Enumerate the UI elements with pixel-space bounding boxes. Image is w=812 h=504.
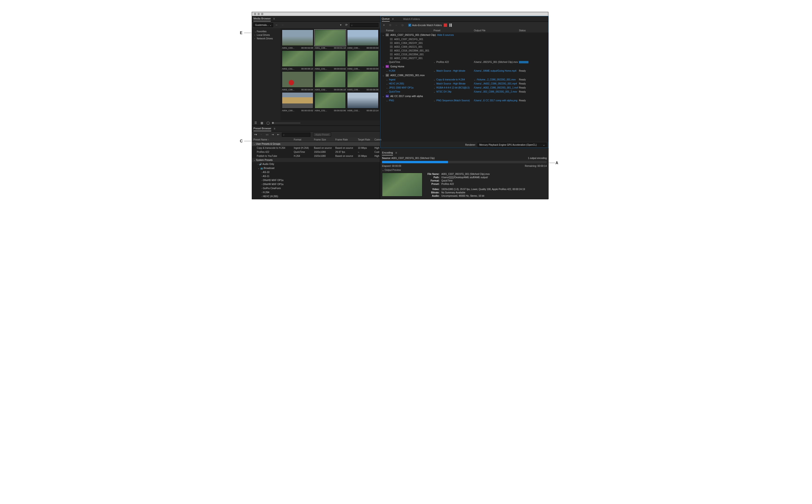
zoom-reset-icon[interactable]: ◯: [266, 121, 270, 125]
queue-group[interactable]: ⌄▭A002_C086_09220G_001.mov: [380, 73, 548, 78]
media-clip[interactable]: A003_C09...00:00:06:08: [347, 71, 378, 91]
add-source-icon[interactable]: +: [382, 23, 386, 27]
preset-subcategory[interactable]: AS-10: [252, 170, 380, 174]
media-clip[interactable]: A004_C01...00:00:02:06: [315, 92, 346, 112]
preset-subcategory[interactable]: GoPro CineForm: [252, 186, 380, 190]
media-clip[interactable]: A002_C05...00:00:03:04: [347, 51, 378, 70]
preset-subcategory[interactable]: DNxHR MXF OP1a: [252, 182, 380, 186]
preset-browser-tab[interactable]: Preset Browser: [253, 126, 271, 131]
panel-menu-icon[interactable]: ≡: [392, 17, 394, 21]
export-preset-icon[interactable]: ⇤: [276, 132, 280, 137]
media-clip[interactable]: A002_C08...00:00:04:04: [282, 71, 313, 91]
preset-subcategory[interactable]: AS-11: [252, 174, 380, 178]
panel-menu-icon[interactable]: ≡: [274, 127, 275, 130]
close-icon[interactable]: [254, 13, 256, 15]
queue-row[interactable]: ⌄QuickTime ⌄ProRes 422 /Users/...0921FG_…: [380, 60, 548, 64]
apply-preset-button[interactable]: Apply Preset: [313, 133, 331, 137]
import-preset-icon[interactable]: ⇥: [271, 132, 275, 137]
preset-subcategory[interactable]: H.264: [252, 190, 380, 194]
row-format[interactable]: ⌄H.264: [386, 70, 434, 72]
preset-search-input[interactable]: ⌕: [282, 133, 310, 137]
queue-row[interactable]: ⌄JPEG 2000 MXF OP1a ⌄RGBA 4:4:4:4 12-bit…: [380, 86, 548, 90]
queue-tab[interactable]: Queue: [382, 16, 390, 22]
preset-settings-icon[interactable]: ▭: [265, 132, 269, 137]
row-format[interactable]: ⌄JPEG 2000 MXF OP1a: [386, 86, 434, 89]
media-browser-tab[interactable]: Media Browser: [253, 16, 271, 21]
path-dropdown[interactable]: Guatemala...⌄: [253, 23, 273, 27]
preset-group-user[interactable]: User Presets & Groups: [252, 142, 380, 146]
row-output[interactable]: /Users/...f/AME output/Going Home.mp4: [474, 70, 519, 72]
row-output[interactable]: /Users/...E CC 2017 comp with alpha.png: [474, 99, 519, 102]
media-clip[interactable]: A001_C06...00:00:01:18: [315, 30, 346, 49]
ingest-icon[interactable]: ⟳: [344, 23, 349, 27]
queue-row[interactable]: ⌄HEVC (H.265) ⌄Match Source - High Bitra…: [380, 82, 548, 86]
preset-category[interactable]: 📺 Broadcast: [252, 166, 380, 170]
row-preset[interactable]: ⌄ProRes 422: [434, 61, 474, 63]
queue-group[interactable]: ⌄AeAE CC 2017 comp with alpha: [380, 94, 548, 98]
stop-queue-button[interactable]: [444, 23, 447, 27]
col-rate[interactable]: Frame Rate: [335, 138, 358, 141]
row-output[interactable]: /Users/...0921FG_001 (Stitched Clip).mov: [474, 61, 519, 63]
media-clip[interactable]: A005_C02...00:00:13:14: [347, 92, 378, 112]
queue-row[interactable]: ⌄Ingest ⌄Copy & transcode to H.264 ⌄/Vol…: [380, 78, 548, 82]
media-clip[interactable]: A003_C02...00:00:06:18: [315, 71, 346, 91]
row-preset[interactable]: ⌄NTSC DV 24p: [434, 90, 474, 93]
row-format[interactable]: ⌄HEVC (H.265): [386, 82, 434, 85]
thumbnail-size-slider[interactable]: [272, 123, 300, 123]
row-preset[interactable]: ⌄Copy & transcode to H.264: [434, 78, 474, 81]
row-output[interactable]: ⌄/Volume...2_C086_09220G_001.mov: [474, 78, 519, 81]
preset-category[interactable]: 🔊 Audio Only: [252, 162, 380, 166]
row-format[interactable]: ⌄QuickTime: [386, 61, 434, 63]
col-name[interactable]: Preset Name ↑: [253, 138, 294, 141]
preset-row[interactable]: Copy & transcode to H.264Ingest (H.264)B…: [252, 146, 380, 150]
renderer-dropdown[interactable]: Mercury Playback Engine GPU Acceleration…: [478, 143, 546, 147]
tree-local-drives[interactable]: Local Drives: [253, 33, 280, 37]
search-input[interactable]: ⌕: [350, 23, 378, 27]
row-format[interactable]: ⌄Ingest: [386, 78, 434, 81]
row-preset[interactable]: ⌄RGBA 4:4:4:4 12-bit (BCS@L5): [434, 86, 474, 89]
row-output[interactable]: /Users/.../A002_C086_09220G_001.mp4: [474, 82, 519, 85]
row-output[interactable]: /Users/...A002_C086_09220G_001_1.mxf: [474, 86, 519, 89]
panel-menu-icon[interactable]: ≡: [395, 151, 397, 154]
nav-back-icon[interactable]: ←: [275, 23, 279, 27]
filter-icon[interactable]: ▾: [339, 23, 343, 27]
minimize-icon[interactable]: [257, 13, 260, 15]
preset-subcategory[interactable]: HEVC (H.265): [252, 194, 380, 198]
output-preview-toggle[interactable]: ⌄ Output Preview: [382, 169, 401, 171]
queue-row[interactable]: ⌄H.264 ⌄Match Source - High bitrate /Use…: [380, 69, 548, 73]
col-size[interactable]: Frame Size: [314, 138, 335, 141]
watch-folders-tab[interactable]: Watch Folders: [403, 17, 420, 21]
preset-group-system[interactable]: System Presets: [252, 158, 380, 162]
row-format[interactable]: ⌄QuickTime: [386, 90, 434, 93]
encoding-tab[interactable]: Encoding: [382, 150, 393, 155]
preset-row[interactable]: ProRes 422QuickTime1920x108029.97 fps–Cu…: [252, 150, 380, 154]
preset-row[interactable]: Publish to YouTubeH.2641920x1080Based on…: [252, 154, 380, 158]
auto-encode-checkbox[interactable]: ✓Auto-Encode Watch Folders: [408, 24, 442, 27]
preset-subcategory[interactable]: DNxHD MXF OP1a: [252, 178, 380, 182]
media-clip[interactable]: A002_C01...00:00:03:02: [315, 51, 346, 70]
thumb-view-icon[interactable]: ▦: [260, 121, 264, 125]
media-clip[interactable]: A002_C01...00:00:08:13: [282, 51, 313, 70]
tree-favorites[interactable]: Favorites: [253, 30, 280, 33]
tree-network-drives[interactable]: Network Drives: [253, 37, 280, 40]
col-format[interactable]: Format: [294, 138, 314, 141]
zoom-icon[interactable]: [261, 13, 263, 15]
queue-group[interactable]: ⌄▭A001_C037_0921FG_001 (Stitched Clip)Hi…: [380, 33, 548, 37]
media-clip[interactable]: A004_C00...00:00:03:02: [282, 92, 313, 112]
new-preset-icon[interactable]: +▾: [253, 132, 258, 137]
panel-menu-icon[interactable]: ≡: [273, 17, 275, 20]
col-target[interactable]: Target Rate: [358, 138, 374, 141]
media-clip[interactable]: A001_C03...00:00:02:08: [282, 30, 313, 49]
row-preset[interactable]: ⌄PNG Sequence (Match Source): [434, 99, 474, 102]
row-preset[interactable]: ⌄Match Source - High bitrate: [434, 70, 474, 72]
queue-group[interactable]: ⌄PrGoing Home: [380, 64, 548, 69]
row-format[interactable]: ⌄PNG: [386, 99, 434, 102]
row-preset[interactable]: ⌄Match Source - High Bitrate: [434, 82, 474, 85]
queue-row[interactable]: ⌄QuickTime ⌄NTSC DV 24p /Users/...002_C0…: [380, 90, 548, 94]
list-view-icon[interactable]: ☰: [253, 121, 258, 125]
pause-queue-button[interactable]: [449, 23, 452, 27]
hide-sources-link[interactable]: Hide 6 sources: [437, 33, 454, 36]
queue-row[interactable]: ⌄PNG ⌄PNG Sequence (Match Source) /Users…: [380, 98, 548, 103]
media-clip[interactable]: A002_C00...00:00:03:04: [347, 30, 378, 49]
row-output[interactable]: /Users/...002_C086_09220G_001_2.mov: [474, 90, 519, 93]
